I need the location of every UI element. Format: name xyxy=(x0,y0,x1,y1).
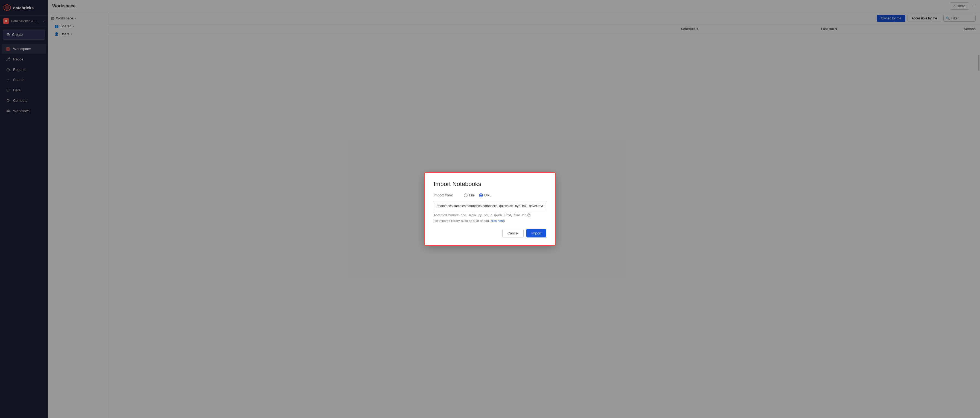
info-icon[interactable]: ? xyxy=(527,213,531,217)
dialog-overlay: Import Notebooks Import from: File URL A… xyxy=(0,0,980,418)
url-input[interactable] xyxy=(434,202,546,211)
click-here-link[interactable]: click here xyxy=(490,219,504,222)
import-from-row: Import from: File URL xyxy=(434,193,546,197)
cancel-button[interactable]: Cancel xyxy=(502,229,523,238)
file-radio-label: File xyxy=(469,193,475,197)
file-radio-circle xyxy=(464,193,468,197)
library-text: (To import a library, such as a jar or e… xyxy=(434,219,546,222)
formats-text: Accepted formats: .dbc, .scala, .py, .sq… xyxy=(434,213,546,217)
import-from-label: Import from: xyxy=(434,193,458,197)
dialog-title: Import Notebooks xyxy=(434,180,546,188)
file-radio-option[interactable]: File xyxy=(464,193,475,197)
url-radio-option[interactable]: URL xyxy=(479,193,492,197)
url-radio-label: URL xyxy=(484,193,492,197)
dialog-actions: Cancel Import xyxy=(434,229,546,238)
import-button[interactable]: Import xyxy=(527,229,546,238)
url-radio-circle xyxy=(479,193,483,197)
radio-group: File URL xyxy=(464,193,492,197)
import-notebooks-dialog: Import Notebooks Import from: File URL A… xyxy=(425,172,555,246)
